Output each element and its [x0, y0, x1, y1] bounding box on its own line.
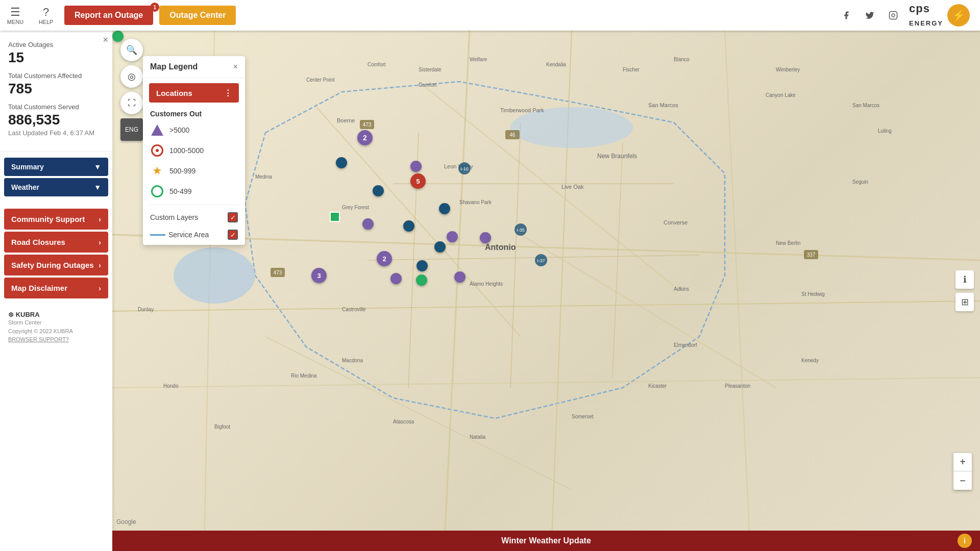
- custom-layers-checkbox[interactable]: ✓: [228, 212, 238, 222]
- map-disclaimer-button[interactable]: Map Disclaimer ›: [4, 278, 108, 298]
- svg-line-15: [368, 255, 699, 260]
- fullscreen-control-button[interactable]: ⛶: [120, 92, 143, 114]
- help-button[interactable]: ? HELP: [31, 0, 61, 31]
- twitter-icon[interactable]: [862, 8, 877, 23]
- sidebar-footer: ⊛ KUBRA Storm Center Copyright © 2022 KU…: [0, 305, 112, 350]
- svg-line-9: [112, 378, 980, 388]
- menu-label: MENU: [7, 19, 23, 25]
- report-outage-button[interactable]: Report an Outage: [64, 6, 153, 25]
- svg-text:San Marcos: San Marcos: [852, 103, 879, 108]
- info-circle-icon: ℹ: [963, 274, 967, 285]
- total-served-value: 886,535: [8, 112, 104, 128]
- marker-green-sq[interactable]: [330, 212, 340, 222]
- svg-text:Rio Medina: Rio Medina: [291, 373, 317, 379]
- outage-center-button[interactable]: Outage Center: [159, 6, 236, 25]
- legend-close-button[interactable]: ×: [233, 62, 238, 71]
- triangle-icon: [150, 123, 164, 137]
- svg-text:473: 473: [274, 270, 282, 276]
- svg-text:337: 337: [807, 252, 816, 258]
- svg-text:Castroville: Castroville: [342, 307, 366, 312]
- weather-info-button[interactable]: i: [958, 534, 972, 548]
- svg-text:Alamo Heights: Alamo Heights: [470, 281, 503, 287]
- menu-button[interactable]: ☰ MENU: [0, 0, 31, 31]
- facebook-icon[interactable]: [839, 8, 854, 23]
- kubra-label: KUBRA: [16, 311, 40, 318]
- nav-section: Summary ▼ Weather ▼: [0, 152, 112, 203]
- legend-item-5000plus: >5000: [143, 120, 245, 140]
- road-closures-chevron: ›: [99, 238, 101, 246]
- notification-badge: 1: [150, 3, 159, 12]
- svg-text:Sisterdale: Sisterdale: [419, 67, 442, 72]
- service-area-checkbox[interactable]: ✓: [228, 230, 238, 240]
- legend-item-500-999: ★ 500-999: [143, 161, 245, 181]
- weather-banner: Winter Weather Update i: [112, 531, 980, 551]
- svg-text:Center Point: Center Point: [306, 77, 335, 83]
- svg-text:Dunlay: Dunlay: [138, 307, 154, 312]
- svg-rect-0: [890, 12, 897, 19]
- map[interactable]: Antonio New Braunfels Boerne Medina Conv…: [112, 31, 980, 551]
- legend-item-1000-5000: 1000-5000: [143, 140, 245, 161]
- language-button[interactable]: ENG: [120, 118, 143, 141]
- legend-header: Map Legend ×: [143, 56, 245, 78]
- google-attribution: Google: [116, 518, 136, 525]
- weather-banner-text: Winter Weather Update: [501, 536, 591, 545]
- fullscreen-icon: ⛶: [128, 98, 136, 108]
- legend-title: Map Legend: [150, 62, 198, 71]
- svg-text:Grey Forest: Grey Forest: [342, 205, 369, 210]
- zoom-out-button[interactable]: −: [953, 471, 972, 490]
- svg-text:Kendalia: Kendalia: [546, 62, 566, 67]
- legend-divider: [149, 205, 239, 205]
- svg-text:San Marcos: San Marcos: [648, 102, 678, 108]
- map-layers-button[interactable]: ⊞: [955, 293, 974, 311]
- legend-item-50-499: 50-499: [143, 181, 245, 202]
- sidebar: × Active Outages 15 Total Customers Affe…: [0, 31, 112, 551]
- summary-button[interactable]: Summary ▼: [4, 158, 108, 176]
- svg-line-17: [510, 122, 521, 388]
- safety-during-outages-button[interactable]: Safety During Outages ›: [4, 255, 108, 276]
- search-control-button[interactable]: 🔍: [120, 39, 143, 61]
- community-support-button[interactable]: Community Support ›: [4, 209, 108, 230]
- svg-text:Elmendorf: Elmendorf: [674, 342, 697, 348]
- zoom-in-button[interactable]: +: [953, 453, 972, 471]
- customers-out-title: Customers Out: [143, 106, 245, 120]
- cps-logo-text: cpsENERGY: [909, 2, 943, 29]
- cps-logo: cpsENERGY ⚡: [909, 2, 970, 29]
- road-closures-label: Road Closures: [11, 238, 65, 246]
- circle-green-icon: [150, 184, 164, 198]
- weather-button[interactable]: Weather ▼: [4, 178, 108, 196]
- svg-text:Boerne: Boerne: [337, 117, 355, 123]
- svg-text:Comfort: Comfort: [419, 82, 437, 88]
- svg-text:Shavano Park: Shavano Park: [459, 199, 492, 205]
- svg-line-4: [112, 301, 980, 311]
- custom-layers-row: Custom Layers ✓: [143, 208, 245, 227]
- map-info-button[interactable]: ℹ: [955, 270, 974, 289]
- road-closures-button[interactable]: Road Closures ›: [4, 232, 108, 253]
- location-control-button[interactable]: ◎: [120, 65, 143, 88]
- sidebar-close-button[interactable]: ×: [103, 35, 108, 45]
- summary-chevron: ▼: [94, 163, 101, 171]
- svg-text:New Berlin: New Berlin: [776, 240, 800, 246]
- instagram-icon[interactable]: [886, 8, 901, 23]
- copyright-label: Copyright © 2022 KUBRA: [8, 327, 104, 336]
- map-controls: 🔍 ◎ ⛶ ENG: [120, 39, 143, 141]
- svg-text:New Braunfels: New Braunfels: [597, 153, 637, 160]
- active-outages-label: Active Outages: [8, 41, 104, 48]
- report-btn-wrapper: Report an Outage 1: [61, 6, 156, 25]
- map-right-icons: ℹ ⊞: [955, 270, 974, 311]
- locations-menu-icon: ⋮: [224, 88, 232, 97]
- svg-text:Pleasanton: Pleasanton: [725, 383, 750, 389]
- svg-text:Canyon Lake: Canyon Lake: [766, 92, 796, 98]
- menu-icon: ☰: [10, 6, 20, 19]
- service-area-line: [150, 234, 165, 236]
- svg-text:Bigfoot: Bigfoot: [214, 424, 230, 430]
- browser-support-link[interactable]: BROWSER SUPPORT?: [8, 335, 104, 344]
- legend-label-1000-5000: 1000-5000: [169, 146, 204, 155]
- svg-text:Converse: Converse: [664, 219, 688, 226]
- service-area-row: Service Area ✓: [143, 227, 245, 245]
- svg-text:Fischer: Fischer: [623, 67, 640, 72]
- locations-button[interactable]: Locations ⋮: [149, 83, 239, 103]
- svg-text:Kenedy: Kenedy: [801, 358, 819, 363]
- safety-chevron: ›: [99, 261, 101, 269]
- header: ☰ MENU ? HELP Report an Outage 1 Outage …: [0, 0, 980, 31]
- svg-text:Luling: Luling: [878, 128, 892, 134]
